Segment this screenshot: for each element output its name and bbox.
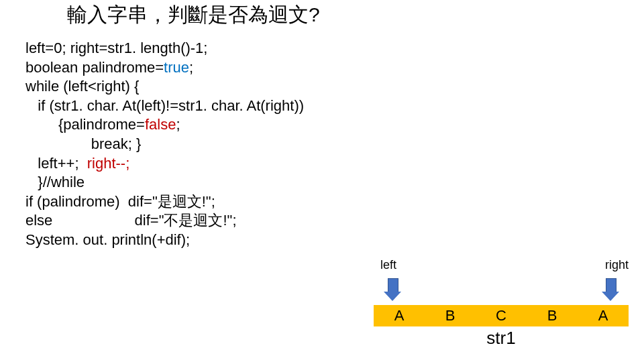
- code-line: left++; right--;: [25, 154, 304, 174]
- code-line: left=0; right=str1. length()-1;: [25, 39, 304, 58]
- right-pointer-label: right: [605, 258, 629, 272]
- code-line: if (str1. char. At(left)!=str1. char. At…: [25, 97, 304, 116]
- code-line: break; }: [25, 135, 304, 154]
- string-cell: C: [476, 305, 527, 326]
- code-line: while (left<right) {: [25, 77, 304, 97]
- string-cell: B: [425, 305, 476, 326]
- code-block: left=0; right=str1. length()-1; boolean …: [25, 39, 304, 250]
- arrow-down-icon: [602, 278, 619, 301]
- code-line: boolean palindrome=true;: [25, 58, 304, 78]
- pointer-labels: left right: [374, 258, 629, 278]
- code-line: {palindrome=false;: [25, 115, 304, 135]
- string-cell: A: [578, 305, 629, 326]
- string-cell: A: [374, 305, 425, 326]
- code-line: System. out. println(+dif);: [25, 231, 304, 250]
- variable-name-label: str1: [374, 328, 629, 349]
- string-cell: B: [527, 305, 578, 326]
- code-line: }//while: [25, 173, 304, 192]
- string-cells: A B C B A: [374, 305, 629, 326]
- left-pointer-label: left: [380, 258, 396, 272]
- code-line: if (palindrome) dif="是迴文!";: [25, 192, 304, 212]
- slide-title: 輸入字串，判斷是否為迴文?: [67, 1, 320, 29]
- palindrome-diagram: left right A B C B A str1: [374, 258, 629, 349]
- code-line: else dif="不是迴文!";: [25, 211, 304, 231]
- arrow-down-icon: [384, 278, 401, 301]
- arrow-row: [374, 278, 629, 305]
